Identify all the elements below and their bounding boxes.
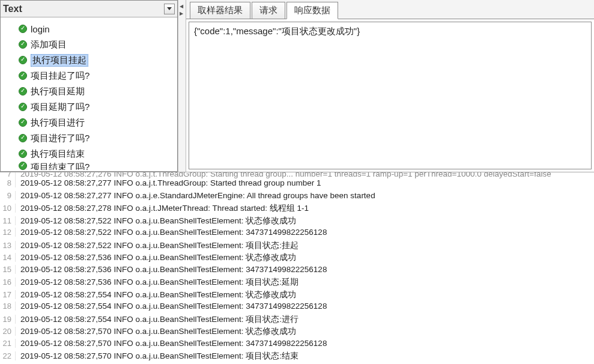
tree-item[interactable]: 项目延期了吗? [1,99,177,115]
splitter-arrow-left-icon: ◀ [180,4,183,9]
log-line: 162019-05-12 08:58:27,536 INFO o.a.j.u.B… [0,277,594,290]
log-line-number: 21 [0,339,16,348]
tree-item[interactable]: 执行项目结束 [1,146,177,162]
top-panel: Text login添加项目执行项目挂起项目挂起了吗?执行项目延期项目延期了吗?… [0,0,594,172]
log-line-text: 2019-05-12 08:58:27,536 INFO o.a.j.u.Bea… [20,265,327,274]
log-line-text: 2019-05-12 08:58:27,570 INFO o.a.j.u.Bea… [20,339,327,348]
tree-item-label: 执行项目延期 [31,86,85,97]
tree-header: Text [1,1,177,17]
log-line-number: 14 [0,253,16,262]
log-panel[interactable]: 72019-05-12 08:58:27,276 INFO o.a.j.t.Th… [0,172,594,364]
tree-item-label: 执行项目进行 [31,117,85,129]
app-root: Text login添加项目执行项目挂起项目挂起了吗?执行项目延期项目延期了吗?… [0,0,594,364]
tree-item-label: 添加项目 [31,39,67,50]
success-icon [19,40,27,49]
log-line: 72019-05-12 08:58:27,276 INFO o.a.j.t.Th… [0,172,594,178]
log-line-number: 11 [0,216,16,225]
log-line: 182019-05-12 08:58:27,554 INFO o.a.j.u.B… [0,302,594,314]
log-line-number: 13 [0,241,16,250]
success-icon [19,118,27,127]
log-line: 212019-05-12 08:58:27,570 INFO o.a.j.u.B… [0,339,594,351]
log-line-number: 17 [0,290,16,299]
tab-bar: 取样器结果请求响应数据 [186,0,594,19]
log-line: 202019-05-12 08:58:27,570 INFO o.a.j.u.B… [0,326,594,339]
tree-item[interactable]: 执行项目延期 [1,83,177,99]
log-line-text: 2019-05-12 08:58:27,276 INFO o.a.j.t.Thr… [20,172,551,178]
log-line: 82019-05-12 08:58:27,277 INFO o.a.j.t.Th… [0,178,594,191]
log-line-number: 7 [0,172,16,178]
success-icon [19,87,27,96]
log-line-text: 2019-05-12 08:58:27,277 INFO o.a.j.t.Thr… [20,178,321,187]
log-line-number: 19 [0,315,16,324]
log-line-text: 2019-05-12 08:58:27,554 INFO o.a.j.u.Bea… [20,290,296,300]
log-line-text: 2019-05-12 08:58:27,277 INFO o.a.j.e.Sta… [20,191,375,200]
tree-header-label: Text [3,4,164,14]
tree-body: login添加项目执行项目挂起项目挂起了吗?执行项目延期项目延期了吗?执行项目进… [1,17,177,171]
log-line-text: 2019-05-12 08:58:27,536 INFO o.a.j.u.Bea… [20,277,299,288]
log-line-number: 16 [0,278,16,287]
tree-item[interactable]: 添加项目 [1,37,177,52]
log-line: 222019-05-12 08:58:27,570 INFO o.a.j.u.B… [0,351,594,363]
tree-item-label: 项目结束了吗? [31,162,89,170]
tab[interactable]: 取样器结果 [190,2,250,19]
log-line: 192019-05-12 08:58:27,554 INFO o.a.j.u.B… [0,314,594,327]
log-line: 122019-05-12 08:58:27,522 INFO o.a.j.u.B… [0,228,594,240]
log-line: 92019-05-12 08:58:27,277 INFO o.a.j.e.St… [0,191,594,204]
log-line-text: 2019-05-12 08:58:27,522 INFO o.a.j.u.Bea… [20,228,327,237]
success-icon [19,56,27,64]
tree-item[interactable]: 项目结束了吗? [1,162,177,170]
success-icon [19,150,27,158]
log-line: 102019-05-12 08:58:27,278 INFO o.a.j.t.J… [0,203,594,216]
log-line-text: 2019-05-12 08:58:27,570 INFO o.a.j.u.Bea… [20,351,299,362]
tree-item-label: 执行项目结束 [31,148,85,160]
success-icon [19,103,27,111]
log-line: 152019-05-12 08:58:27,536 INFO o.a.j.u.B… [0,265,594,278]
splitter-arrow-right-icon: ▶ [180,11,183,16]
log-line-number: 18 [0,302,16,311]
vertical-splitter[interactable]: ◀ ▶ [178,0,186,172]
log-line-number: 8 [0,178,16,187]
log-line: 142019-05-12 08:58:27,536 INFO o.a.j.u.B… [0,252,594,265]
success-icon [19,134,27,142]
log-line-text: 2019-05-12 08:58:27,522 INFO o.a.j.u.Bea… [20,240,299,251]
log-line: 112019-05-12 08:58:27,522 INFO o.a.j.u.B… [0,216,594,228]
log-line-text: 2019-05-12 08:58:27,554 INFO o.a.j.u.Bea… [20,314,299,325]
right-panel: 取样器结果请求响应数据 {"code":1,"message":"项目状态更改成… [186,0,594,172]
tree-item-label: 执行项目挂起 [31,54,88,67]
log-line-text: 2019-05-12 08:58:27,278 INFO o.a.j.t.JMe… [20,203,309,214]
log-line-number: 12 [0,228,16,237]
success-icon [19,71,27,80]
log-line: 172019-05-12 08:58:27,554 INFO o.a.j.u.B… [0,290,594,302]
tree-item-label: 项目挂起了吗? [31,70,89,82]
tree-item-label: login [31,24,50,34]
tree-dropdown-button[interactable] [164,4,175,14]
log-line: 132019-05-12 08:58:27,522 INFO o.a.j.u.B… [0,240,594,253]
tree-item[interactable]: 执行项目进行 [1,115,177,130]
log-line-text: 2019-05-12 08:58:27,554 INFO o.a.j.u.Bea… [20,302,327,311]
tree-item-label: 项目进行了吗? [31,133,89,144]
success-icon [19,25,27,33]
log-line-text: 2019-05-12 08:58:27,570 INFO o.a.j.u.Bea… [20,326,296,337]
tree-item-label: 项目延期了吗? [31,102,89,113]
tree-item[interactable]: 项目挂起了吗? [1,68,177,83]
tree-item[interactable]: 项目进行了吗? [1,130,177,146]
log-line-number: 10 [0,204,16,213]
log-line-number: 9 [0,191,16,200]
tab[interactable]: 响应数据 [286,2,338,19]
log-line-text: 2019-05-12 08:58:27,536 INFO o.a.j.u.Bea… [20,252,296,263]
response-body[interactable]: {"code":1,"message":"项目状态更改成功"} [189,22,592,169]
tree-item[interactable]: 执行项目挂起 [1,52,177,68]
log-line-number: 22 [0,351,16,360]
log-line-number: 20 [0,327,16,336]
log-line-text: 2019-05-12 08:58:27,522 INFO o.a.j.u.Bea… [20,216,296,226]
success-icon [19,162,27,170]
tree-item[interactable]: login [1,21,177,37]
tree-panel: Text login添加项目执行项目挂起项目挂起了吗?执行项目延期项目延期了吗?… [0,0,178,172]
log-line-number: 15 [0,265,16,274]
tab[interactable]: 请求 [252,2,285,19]
